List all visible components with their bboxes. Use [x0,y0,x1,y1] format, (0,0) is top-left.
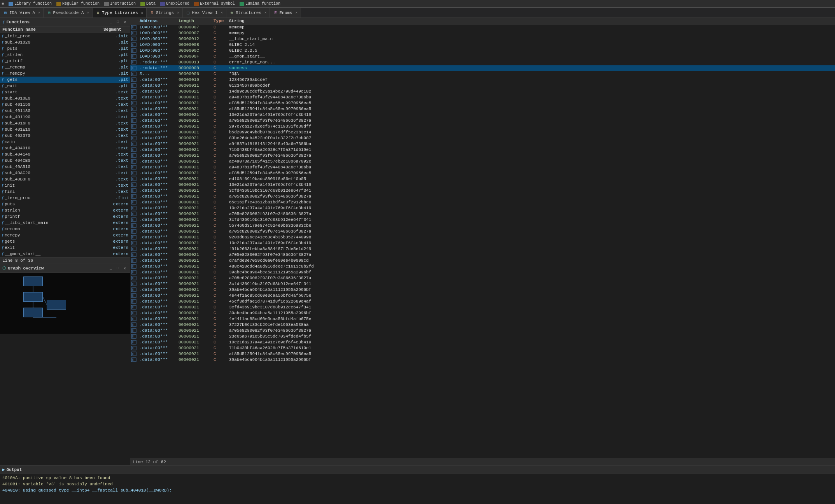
output-content[interactable]: 4010AA: positive sp value 8 has been fou… [0,474,835,504]
string-row[interactable]: LOAD:000***0000000FC__gmon_start__ [130,54,835,60]
strings-list[interactable]: LOAD:000***00000007CmemcmpLOAD:000***000… [130,24,835,458]
string-row[interactable]: .data:00***00000021Cf91b2663febba8a88448… [130,246,835,252]
string-row[interactable]: .data:00***00000021C39abe4bca904bca5a111… [130,357,835,363]
functions-restore-btn[interactable]: □ [115,19,121,25]
string-row[interactable]: .data:00***00000021C65c162f7c43612ba1bdf… [130,200,835,205]
function-row[interactable]: ƒfini.text [0,189,130,195]
function-row[interactable]: ƒ__libc_start_mainextern [0,220,130,226]
function-row[interactable]: ƒstart.text [0,89,130,95]
tab-pseudocode-a-close[interactable]: ✕ [87,10,89,15]
string-row[interactable]: .data:00***00000021Caf85d512594fc84a5c65… [130,351,835,357]
string-row[interactable]: .data:00***00000021C10e21da237a4a1491e76… [130,112,835,118]
tab-structures[interactable]: ⊕ Structures ✕ [226,8,270,18]
string-row[interactable]: .data:00***00000021C39abe4bca904bca5a111… [130,287,835,293]
graph-restore-btn[interactable]: □ [115,266,121,271]
string-row[interactable]: .data:00***00000021C3cfd436919bc3107d68b… [130,217,835,223]
function-row[interactable]: ƒexitextern [0,245,130,251]
string-row[interactable]: .data:00***00000021C71b0438bf46aa26928c7… [130,345,835,351]
string-row[interactable]: .data:00***00000021Cb5d2099e49bdb07b8176… [130,130,835,135]
string-row[interactable]: .data:00***00000021C39abe4bca904bca5a111… [130,310,835,316]
string-row[interactable]: .data:00***00000021C4e44f1ac85cd60e3caa5… [130,293,835,299]
function-row[interactable]: ƒsub_401180.text [0,108,130,114]
function-row[interactable]: ƒsub_402370.text [0,133,130,139]
string-row[interactable]: .data:00***00000021Ced108f6919badc8809f8… [130,176,835,182]
string-row[interactable]: .data:00***00000021C71b0438bf46aa26928c7… [130,147,835,153]
string-row[interactable]: .data:00***00000021C83be264eb452fc0f0a1c… [130,135,835,141]
tab-type-libraries[interactable]: ≡ Type Libraries ✕ [93,8,147,18]
tab-hex-view-1[interactable]: ⬚ Hex View-1 ✕ [183,8,226,18]
tab-enums[interactable]: E Enums ✕ [270,8,301,18]
functions-minimize-btn[interactable]: _ [108,19,114,25]
function-row[interactable]: ƒsub_4010E0.text [0,95,130,102]
string-row[interactable]: .data:00***00000021C45cf3ddfae1d78741d8f… [130,299,835,304]
tab-ida-view-a-close[interactable]: ✕ [38,10,40,15]
string-row[interactable]: .data:00***00000021Caf85d512594fc84a5c65… [130,100,835,106]
string-row[interactable]: .data:00***00000021Cd7afde3e7059cd0a0fe0… [130,258,835,264]
tab-pseudocode-a[interactable]: ⊟ Pseudocode-A ✕ [44,8,93,18]
function-row[interactable]: ƒsub_401020.plt [0,39,130,46]
function-row[interactable]: ƒprintfextern [0,214,130,220]
string-row[interactable]: .data:00***00000021Caf85d512594fc84a5c65… [130,170,835,176]
string-row[interactable]: .data:00***00000021C297e7ca127d2eef674c1… [130,124,835,130]
functions-close-btn[interactable]: ✕ [122,19,128,25]
string-row[interactable]: .data:00***00000010C123456789abcdef [130,77,835,83]
tab-structures-close[interactable]: ✕ [264,10,266,15]
string-row[interactable]: .data:00***00000021C3cfd436919bc3107d68b… [130,281,835,287]
function-row[interactable]: ƒ_gets.plt [0,77,130,83]
string-row[interactable]: .data:00***00000021Caf85d512594fc84a5c65… [130,106,835,112]
string-row[interactable]: .data:00***00000021C9203d8a26e241e63e4b3… [130,234,835,240]
function-row[interactable]: ƒsub_4016F0.text [0,120,130,126]
string-row[interactable]: .data:00***00000021Ca94837b18f8f43f29448… [130,141,835,147]
string-row[interactable]: .rodata:***00000008Csuccess [130,65,835,71]
function-row[interactable]: ƒsub_40AC20.text [0,170,130,176]
string-row[interactable]: .data:00***00000021Ca705e8280082f93f07e3… [130,194,835,200]
string-row[interactable]: .data:00***00000021C37227b06c83cb29cefde… [130,322,835,328]
string-row[interactable]: .data:00***00000021Ca705e8280082f93f07e3… [130,118,835,124]
string-row[interactable]: .data:00***00000021C488c428cdd4a8d916dee… [130,264,835,270]
function-row[interactable]: ƒsub_40B3F0.text [0,176,130,182]
tab-type-libraries-close[interactable]: ✕ [141,11,143,15]
function-row[interactable]: ƒsub_404140.text [0,151,130,158]
string-row[interactable]: .data:00***00000021Ca705e8280082f93f07e3… [130,229,835,234]
string-row[interactable]: .data:00***00000021C10e21da237a4a1491e76… [130,182,835,188]
graph-close-btn[interactable]: ✕ [122,266,128,271]
string-row[interactable]: .data:00***00000021C14d89c38cd0fb23a14be… [130,89,835,94]
string-row[interactable]: .data:00***00000011C0123456789abcdef [130,83,835,89]
tab-strings[interactable]: S Strings ✕ [147,8,183,18]
functions-list[interactable]: ƒ_init_proc.initƒsub_401020.pltƒ_puts.pl… [0,33,130,257]
string-row[interactable]: .data:00***00000021Ca705e8280082f93f07e3… [130,328,835,334]
string-row[interactable]: .data:00***00000021Ca705e8280082f93f07e3… [130,275,835,281]
function-row[interactable]: ƒmain.text [0,139,130,145]
string-row[interactable]: .rodata:***00000013Cerror_input_man... [130,60,835,65]
function-row[interactable]: ƒmemcpyextern [0,232,130,238]
string-row[interactable]: .data:00***00000021Ca705e8280082f93f07e3… [130,252,835,258]
string-row[interactable]: .data:00***00000021C4e44f1ac85cd60e3caa5… [130,316,835,322]
function-row[interactable]: ƒputsextern [0,201,130,207]
string-row[interactable]: .data:00***00000021C23e65a679105b85c5dc7… [130,334,835,340]
string-row[interactable]: .data:00***00000021C3cfd436919bc3107d68b… [130,188,835,194]
string-row[interactable]: .data:00***00000021Ca94837b18f8f43f29448… [130,164,835,170]
string-row[interactable]: LOAD:000***00000007Cmemcmp [130,24,835,30]
function-row[interactable]: ƒ_printf.plt [0,58,130,64]
function-row[interactable]: ƒinit.text [0,182,130,189]
string-row[interactable]: LOAD:000***0000000BCGLIBC_2.14 [130,42,835,48]
function-row[interactable]: ƒ_term_proc.fini [0,195,130,201]
function-row[interactable]: ƒstrlenextern [0,207,130,214]
string-row[interactable]: .data:00***00000021C10e21da237a4a1491e76… [130,340,835,345]
function-row[interactable]: ƒ_puts.plt [0,46,130,52]
string-row[interactable]: .data:00***00000021C557460d317ae874c924e… [130,223,835,229]
function-row[interactable]: ƒsub_401190.text [0,114,130,120]
function-row[interactable]: ƒ_init_proc.init [0,33,130,39]
graph-minimize-btn[interactable]: _ [108,266,114,271]
function-row[interactable]: ƒ__memcmp.plt [0,64,130,70]
tab-enums-close[interactable]: ✕ [295,10,297,15]
string-row[interactable]: S...00000006C*3$\ [130,71,835,77]
string-row[interactable]: .data:00***00000021Ca705e8280082f93f07e3… [130,153,835,159]
string-row[interactable]: LOAD:000***00000012C__libc_start_main [130,36,835,42]
string-row[interactable]: .data:00***00000021C10e21da237a4a1491e76… [130,240,835,246]
function-row[interactable]: ƒ__gmon_start__extern [0,251,130,257]
function-row[interactable]: ƒsub_401E10.text [0,126,130,133]
function-row[interactable]: ƒsub_401150.text [0,102,130,108]
function-row[interactable]: ƒgetsextern [0,238,130,245]
function-row[interactable]: ƒ_exit.plt [0,83,130,89]
